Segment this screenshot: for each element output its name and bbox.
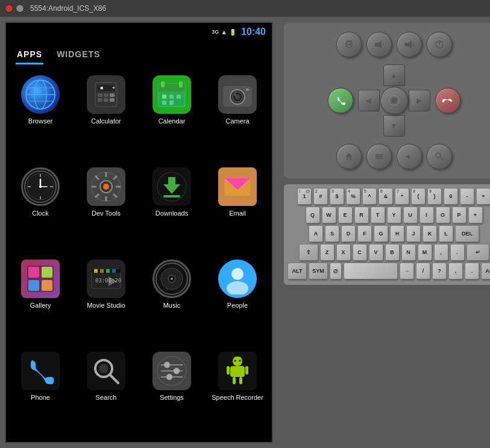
key-comma2[interactable]: , [448,263,463,279]
key-plus[interactable]: + [468,207,483,223]
end-call-button[interactable] [435,88,460,113]
key-i[interactable]: I [419,207,434,223]
dpad-center-button[interactable] [380,87,408,114]
volume-up-button[interactable] [397,32,422,57]
key-at[interactable]: @ [330,263,342,279]
key-g[interactable]: G [374,225,388,242]
gallery-label: Gallery [30,302,51,310]
power-button[interactable] [427,32,452,57]
people-icon [218,260,257,298]
app-calendar[interactable]: Calendar [140,70,203,160]
app-downloads[interactable]: Downloads [140,163,203,252]
key-b[interactable]: B [385,244,400,261]
key-del[interactable]: DEL [455,225,479,242]
key-9[interactable]: 9) [427,188,442,205]
moviestudio-icon: 03:06:20 [87,260,125,298]
app-devtools[interactable]: Dev Tools [75,163,137,252]
app-browser[interactable]: Browser [9,70,72,160]
key-l[interactable]: L [439,225,453,242]
key-e[interactable]: E [338,207,353,223]
key-w[interactable]: W [322,207,336,223]
key-p[interactable]: P [452,207,466,223]
key-d[interactable]: D [341,225,356,242]
app-clock[interactable]: Clock [9,163,72,252]
app-search[interactable]: Search [75,347,137,436]
app-speech-recorder[interactable]: Speech Recorder [206,347,269,436]
settings-label: Settings [160,394,184,402]
devtools-icon [87,167,125,206]
menu-button[interactable] [366,144,392,169]
svg-point-85 [174,368,180,374]
dpad-left-button[interactable]: ◀ [358,90,380,111]
key-o[interactable]: O [436,207,450,223]
network-indicator: 3G [212,29,219,35]
key-sym[interactable]: SYM [309,263,328,279]
key-a[interactable]: A [309,225,323,242]
key-u[interactable]: U [403,207,418,223]
key-alt-right[interactable]: ALT [481,263,490,279]
key-period[interactable]: . [450,244,465,261]
key-equals[interactable]: = [476,188,490,205]
key-t[interactable]: T [371,207,385,223]
svg-rect-112 [375,156,383,157]
key-4[interactable]: 4% [346,188,360,205]
tab-apps[interactable]: APPS [16,46,43,64]
home-button[interactable] [336,144,362,169]
key-z[interactable]: Z [320,244,335,261]
key-alt-left[interactable]: ALT [287,263,307,279]
svg-rect-24 [169,101,174,105]
key-c[interactable]: C [353,244,367,261]
key-q[interactable]: Q [306,207,320,223]
app-gallery[interactable]: Gallery [9,255,72,344]
dpad-down-button[interactable]: ▼ [383,115,405,137]
app-music[interactable]: Music [140,255,203,344]
key-minus[interactable]: - [460,188,474,205]
key-k[interactable]: K [422,225,437,242]
key-8[interactable]: 8( [411,188,426,205]
key-7[interactable]: 7* [395,188,409,205]
key-v[interactable]: V [369,244,383,261]
key-f[interactable]: F [357,225,372,242]
key-period2[interactable]: . [465,263,479,279]
app-moviestudio[interactable]: 03:06:20 Movie Studio [75,255,137,344]
app-calculator[interactable]: + ■ Calculator [75,70,137,160]
tab-widgets[interactable]: WIDGETS [55,46,101,64]
svg-rect-17 [161,81,165,87]
music-label: Music [163,302,181,310]
key-1[interactable]: !1@ [297,188,312,205]
key-m[interactable]: M [418,244,432,261]
key-enter[interactable]: ↵ [466,244,489,261]
call-button[interactable] [328,88,353,113]
app-people[interactable]: People [206,255,269,344]
volume-down-button[interactable] [366,32,392,57]
key-0[interactable]: 0 [444,188,458,205]
key-s[interactable]: S [325,225,339,242]
key-j[interactable]: J [406,225,421,242]
key-6[interactable]: 6& [378,188,393,205]
app-camera[interactable]: Camera [206,70,269,160]
camera-control-button[interactable] [336,32,362,57]
key-y[interactable]: Y [387,207,401,223]
key-5[interactable]: 5^ [362,188,377,205]
app-phone[interactable]: Phone [9,347,72,436]
key-arrow-right[interactable]: → [400,263,414,279]
key-h[interactable]: H [390,225,404,242]
key-comma[interactable]: , [434,244,448,261]
minimize-button[interactable] [16,4,24,13]
close-button[interactable] [5,4,13,13]
key-3[interactable]: 3$ [330,188,344,205]
key-question[interactable]: ? [432,263,447,279]
key-x[interactable]: X [336,244,351,261]
search-control-button[interactable] [427,144,452,169]
dpad-right-button[interactable]: ▶ [409,90,430,111]
key-r[interactable]: R [354,207,369,223]
key-shift[interactable]: ⇧ [299,244,318,261]
key-slash[interactable]: / [416,263,430,279]
app-settings[interactable]: Settings [140,347,203,436]
key-2[interactable]: 2# [313,188,328,205]
key-space[interactable] [344,263,398,279]
app-email[interactable]: Email [206,163,269,252]
key-n[interactable]: N [401,244,416,261]
back-button[interactable] [397,144,422,169]
dpad-up-button[interactable]: ▲ [383,64,405,86]
